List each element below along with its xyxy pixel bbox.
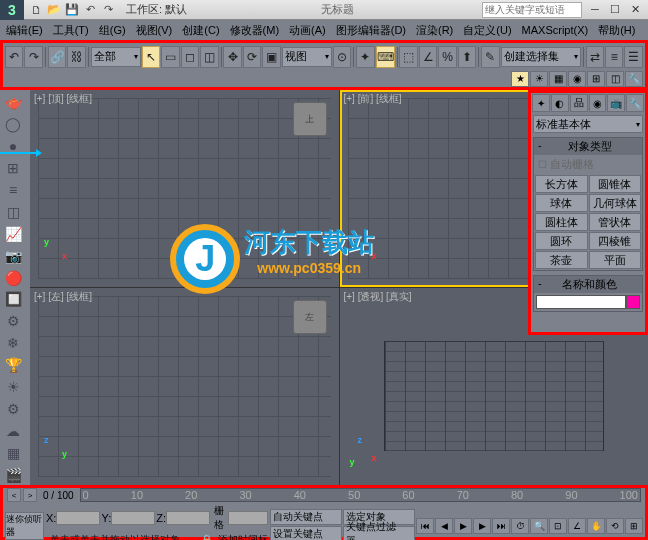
auto-key-button[interactable]: 自动关键点 (270, 509, 342, 525)
unlink-button[interactable]: ⛓ (67, 46, 85, 68)
key-filter-button[interactable]: 关键点过滤器... (343, 526, 415, 540)
menu-group[interactable]: 组(G) (95, 21, 130, 40)
sun-icon[interactable]: ☀ (2, 377, 24, 398)
x-input[interactable] (56, 511, 100, 525)
select-name-button[interactable]: ▭ (161, 46, 179, 68)
move-button[interactable]: ✥ (223, 46, 241, 68)
select-button[interactable]: ↖ (142, 46, 160, 68)
maximize-viewport-button[interactable]: ⊞ (625, 518, 643, 534)
ann-btn-1[interactable]: ☀ (530, 71, 548, 87)
select-rect-button[interactable]: ◻ (181, 46, 199, 68)
minimize-button[interactable]: ─ (586, 3, 604, 16)
menu-animation[interactable]: 动画(A) (285, 21, 330, 40)
workspace-selector[interactable]: 工作区: 默认 (120, 2, 193, 17)
ref-coord-dropdown[interactable]: 视图 (282, 47, 332, 67)
angle-snap-button[interactable]: ∠ (419, 46, 437, 68)
ann-btn-4[interactable]: ⊞ (587, 71, 605, 87)
menu-maxscript[interactable]: MAXScript(X) (518, 22, 593, 38)
geosphere-button[interactable]: 几何球体 (589, 194, 642, 212)
timeline-next[interactable]: > (23, 488, 37, 502)
utilities-tab[interactable]: 🔧 (626, 94, 644, 112)
menu-tools[interactable]: 工具(T) (49, 21, 93, 40)
category-dropdown[interactable]: 标准基本体 (533, 115, 643, 133)
menu-rendering[interactable]: 渲染(R) (412, 21, 457, 40)
hierarchy-icon[interactable]: 🔲 (2, 289, 24, 310)
close-button[interactable]: ✕ (626, 3, 644, 16)
plane-button[interactable]: 平面 (589, 251, 642, 269)
tube-button[interactable]: 管状体 (589, 213, 642, 231)
timeline[interactable]: < > 0 / 100 0102030405060708090100 (3, 488, 645, 502)
motion-icon[interactable]: ⚙ (2, 311, 24, 332)
torus-button[interactable]: 圆环 (535, 232, 588, 250)
help-search-input[interactable] (482, 2, 582, 18)
create-tab[interactable]: ✦ (532, 94, 550, 112)
box-button[interactable]: 长方体 (535, 175, 588, 193)
texture-icon[interactable]: ▦ (2, 442, 24, 463)
viewcube-top[interactable]: 上 (293, 102, 327, 136)
cup-icon[interactable]: 🏆 (2, 355, 24, 376)
undo-icon[interactable]: ↶ (82, 2, 98, 18)
ann-btn-2[interactable]: ▦ (549, 71, 567, 87)
viewcube-left[interactable]: 左 (293, 300, 327, 334)
zoom-all-button[interactable]: ⊡ (549, 518, 567, 534)
cloud-icon[interactable]: ☁ (2, 420, 24, 441)
particle-icon[interactable]: ❄ (2, 333, 24, 354)
open-icon[interactable]: 📂 (46, 2, 62, 18)
display-tab[interactable]: 📺 (607, 94, 625, 112)
app-logo[interactable]: 3 (0, 0, 24, 20)
grid-icon[interactable]: ⊞ (2, 158, 24, 179)
time-config-button[interactable]: ⏱ (511, 518, 529, 534)
fov-button[interactable]: ∠ (568, 518, 586, 534)
redo-button[interactable]: ↷ (24, 46, 42, 68)
named-selection-dropdown[interactable]: 创建选择集 (501, 47, 581, 67)
menu-edit[interactable]: 编辑(E) (2, 21, 47, 40)
modify-tab[interactable]: ◐ (551, 94, 569, 112)
manip-button[interactable]: ✦ (356, 46, 374, 68)
scale-button[interactable]: ▣ (262, 46, 280, 68)
shape-icon[interactable]: ◯ (2, 114, 24, 135)
new-icon[interactable]: 🗋 (28, 2, 44, 18)
material-icon[interactable]: 🔴 (2, 267, 24, 288)
teapot-button[interactable]: 茶壶 (535, 251, 588, 269)
mini-listener[interactable]: 迷你侦听器 (5, 512, 44, 540)
mirror-button[interactable]: ⇄ (586, 46, 604, 68)
object-color-swatch[interactable] (626, 295, 640, 309)
zoom-button[interactable]: 🔍 (530, 518, 548, 534)
cone-button[interactable]: 圆锥体 (589, 175, 642, 193)
link-button[interactable]: 🔗 (48, 46, 66, 68)
viewport-top[interactable]: [+] [顶] [线框] 上 xy (30, 90, 339, 287)
menu-help[interactable]: 帮助(H) (594, 21, 639, 40)
save-icon[interactable]: 💾 (64, 2, 80, 18)
maximize-button[interactable]: ☐ (606, 3, 624, 16)
undo-button[interactable]: ↶ (5, 46, 23, 68)
goto-end-button[interactable]: ⏭ (492, 518, 510, 534)
keyboard-shortcut-button[interactable]: ⌨ (376, 46, 395, 68)
box-icon[interactable]: ◫ (2, 201, 24, 222)
add-time-tag[interactable]: 添加时间标 (218, 533, 268, 540)
menu-create[interactable]: 创建(C) (178, 21, 223, 40)
hierarchy-tab[interactable]: 品 (570, 94, 588, 112)
menu-graph[interactable]: 图形编辑器(D) (332, 21, 410, 40)
z-input[interactable] (166, 511, 210, 525)
spinner-snap-button[interactable]: ⬆ (458, 46, 476, 68)
menu-views[interactable]: 视图(V) (132, 21, 177, 40)
object-name-input[interactable] (536, 295, 626, 309)
layers-button[interactable]: ☰ (624, 46, 642, 68)
snap-toggle-button[interactable]: ⬚ (399, 46, 417, 68)
orbit-button[interactable]: ⟲ (606, 518, 624, 534)
teapot-icon[interactable]: 🫖 (2, 92, 24, 113)
rotate-button[interactable]: ⟳ (243, 46, 261, 68)
redo-icon[interactable]: ↷ (100, 2, 116, 18)
viewport-left[interactable]: [+] [左] [线框] 左 yz (30, 288, 339, 485)
next-frame-button[interactable]: ▶ (473, 518, 491, 534)
camera-icon[interactable]: 📷 (2, 245, 24, 266)
editor-button[interactable]: ✎ (481, 46, 499, 68)
align-button[interactable]: ≡ (605, 46, 623, 68)
ann-btn-6[interactable]: 🔧 (625, 71, 643, 87)
sphere-button[interactable]: 球体 (535, 194, 588, 212)
set-key-button[interactable]: 设置关键点 (270, 526, 342, 540)
pivot-button[interactable]: ⊙ (333, 46, 351, 68)
pan-button[interactable]: ✋ (587, 518, 605, 534)
lock-icon[interactable]: 🔒 (200, 534, 214, 541)
window-crossing-button[interactable]: ◫ (200, 46, 218, 68)
